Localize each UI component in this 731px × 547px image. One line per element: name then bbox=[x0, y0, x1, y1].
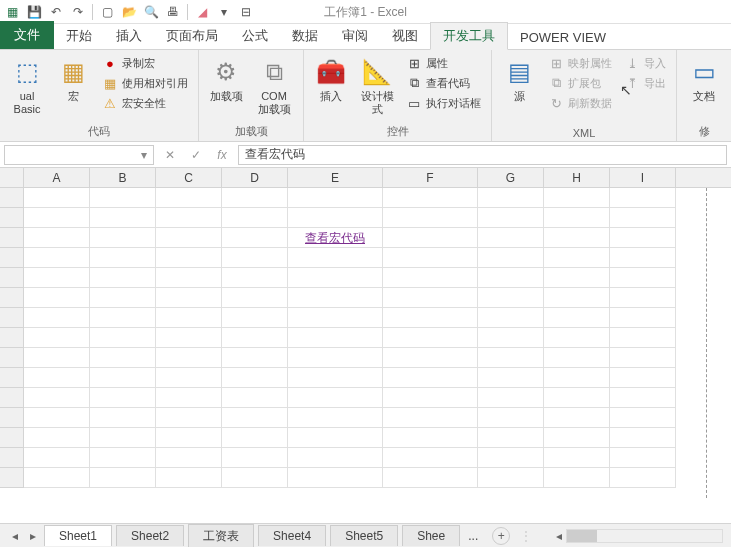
cell[interactable] bbox=[383, 208, 478, 228]
cell[interactable] bbox=[478, 408, 544, 428]
cell[interactable] bbox=[222, 448, 288, 468]
col-header[interactable]: C bbox=[156, 168, 222, 187]
cell[interactable] bbox=[544, 408, 610, 428]
cell[interactable] bbox=[544, 428, 610, 448]
col-header[interactable]: H bbox=[544, 168, 610, 187]
export-button[interactable]: ⤒导出 bbox=[620, 74, 670, 92]
cell[interactable] bbox=[156, 448, 222, 468]
cell[interactable] bbox=[288, 468, 383, 488]
cell[interactable] bbox=[544, 308, 610, 328]
cell[interactable] bbox=[610, 388, 676, 408]
cell[interactable] bbox=[90, 348, 156, 368]
cell[interactable] bbox=[610, 448, 676, 468]
cell[interactable] bbox=[610, 248, 676, 268]
cell[interactable] bbox=[288, 248, 383, 268]
row-header[interactable] bbox=[0, 288, 24, 308]
cell[interactable] bbox=[544, 208, 610, 228]
tab-developer[interactable]: 开发工具 bbox=[430, 22, 508, 50]
cell[interactable] bbox=[288, 388, 383, 408]
cell[interactable] bbox=[383, 388, 478, 408]
cell[interactable] bbox=[90, 188, 156, 208]
cell[interactable] bbox=[610, 428, 676, 448]
save-icon[interactable]: 💾 bbox=[26, 4, 42, 20]
tab-powerview[interactable]: POWER VIEW bbox=[508, 26, 618, 49]
cell[interactable] bbox=[478, 268, 544, 288]
cell[interactable] bbox=[156, 288, 222, 308]
cell[interactable] bbox=[478, 388, 544, 408]
cell[interactable] bbox=[478, 208, 544, 228]
row-header[interactable] bbox=[0, 268, 24, 288]
cell[interactable] bbox=[383, 308, 478, 328]
view-code-button[interactable]: ⧉查看代码 bbox=[402, 74, 485, 92]
row-header[interactable] bbox=[0, 348, 24, 368]
design-mode-button[interactable]: 📐 设计模式 bbox=[356, 54, 398, 118]
row-header[interactable] bbox=[0, 388, 24, 408]
cell[interactable] bbox=[156, 268, 222, 288]
cell[interactable] bbox=[610, 228, 676, 248]
cell[interactable] bbox=[288, 368, 383, 388]
chevron-down-icon[interactable]: ▾ bbox=[141, 148, 147, 162]
cancel-icon[interactable]: ✕ bbox=[160, 145, 180, 165]
customize-icon[interactable]: ⊟ bbox=[238, 4, 254, 20]
row-header[interactable] bbox=[0, 328, 24, 348]
cell[interactable] bbox=[383, 288, 478, 308]
cell[interactable] bbox=[478, 288, 544, 308]
cell[interactable] bbox=[222, 328, 288, 348]
cell[interactable] bbox=[24, 328, 90, 348]
cell[interactable] bbox=[90, 328, 156, 348]
cell[interactable] bbox=[544, 228, 610, 248]
run-dialog-button[interactable]: ▭执行对话框 bbox=[402, 94, 485, 112]
cell[interactable] bbox=[222, 188, 288, 208]
col-header[interactable]: A bbox=[24, 168, 90, 187]
cell[interactable] bbox=[383, 368, 478, 388]
cell[interactable] bbox=[90, 308, 156, 328]
map-properties-button[interactable]: ⊞映射属性 bbox=[544, 54, 616, 72]
cell[interactable] bbox=[24, 228, 90, 248]
cell[interactable] bbox=[24, 268, 90, 288]
cell[interactable] bbox=[544, 388, 610, 408]
open-icon[interactable]: 📂 bbox=[121, 4, 137, 20]
col-header[interactable]: D bbox=[222, 168, 288, 187]
row-header[interactable] bbox=[0, 208, 24, 228]
cell[interactable] bbox=[288, 328, 383, 348]
col-header[interactable]: G bbox=[478, 168, 544, 187]
row-header[interactable] bbox=[0, 188, 24, 208]
cell[interactable] bbox=[544, 288, 610, 308]
col-header[interactable]: I bbox=[610, 168, 676, 187]
cell[interactable] bbox=[90, 388, 156, 408]
cell[interactable] bbox=[478, 428, 544, 448]
sheet-tab[interactable]: Shee bbox=[402, 525, 460, 546]
import-button[interactable]: ⤓导入 bbox=[620, 54, 670, 72]
cell[interactable] bbox=[544, 448, 610, 468]
record-macro-button[interactable]: ●录制宏 bbox=[98, 54, 192, 72]
col-header[interactable]: B bbox=[90, 168, 156, 187]
cell[interactable] bbox=[24, 428, 90, 448]
sheet-nav-next[interactable]: ▸ bbox=[26, 529, 40, 543]
cell[interactable] bbox=[288, 188, 383, 208]
formula-input[interactable]: 查看宏代码 bbox=[238, 145, 727, 165]
cell[interactable] bbox=[478, 368, 544, 388]
cell[interactable] bbox=[222, 368, 288, 388]
cell[interactable] bbox=[222, 468, 288, 488]
cell[interactable] bbox=[222, 308, 288, 328]
macro-security-button[interactable]: ⚠宏安全性 bbox=[98, 94, 192, 112]
cell[interactable] bbox=[24, 308, 90, 328]
cell[interactable] bbox=[222, 288, 288, 308]
sheet-tab[interactable]: 工资表 bbox=[188, 524, 254, 548]
cell[interactable] bbox=[478, 248, 544, 268]
scroll-left-icon[interactable]: ◂ bbox=[552, 529, 566, 543]
cell[interactable] bbox=[90, 468, 156, 488]
com-addins-button[interactable]: ⧉ COM 加载项 bbox=[251, 54, 297, 118]
cell[interactable] bbox=[90, 368, 156, 388]
name-box[interactable]: ▾ bbox=[4, 145, 154, 165]
cell[interactable] bbox=[383, 448, 478, 468]
cell[interactable] bbox=[288, 268, 383, 288]
cell[interactable] bbox=[24, 188, 90, 208]
cell[interactable] bbox=[610, 288, 676, 308]
cell[interactable] bbox=[222, 348, 288, 368]
eraser-icon[interactable]: ◢ bbox=[194, 4, 210, 20]
cell[interactable] bbox=[90, 268, 156, 288]
add-sheet-button[interactable]: + bbox=[492, 527, 510, 545]
properties-button[interactable]: ⊞属性 bbox=[402, 54, 485, 72]
cell[interactable] bbox=[24, 288, 90, 308]
